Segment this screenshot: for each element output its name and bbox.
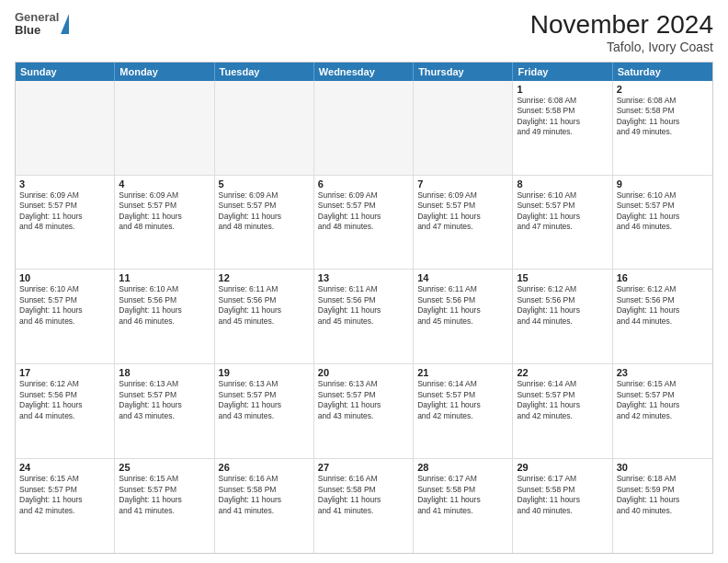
day-info: Sunrise: 6:15 AM Sunset: 5:57 PM Dayligh… <box>119 474 210 516</box>
calendar-row: 17Sunrise: 6:12 AM Sunset: 5:56 PM Dayli… <box>16 363 712 458</box>
day-number: 15 <box>517 272 608 283</box>
day-info: Sunrise: 6:18 AM Sunset: 5:59 PM Dayligh… <box>617 474 709 516</box>
calendar-row: 10Sunrise: 6:10 AM Sunset: 5:57 PM Dayli… <box>16 269 712 363</box>
header: General Blue November 2024 Tafolo, Ivory… <box>15 11 713 54</box>
calendar-cell: 8Sunrise: 6:10 AM Sunset: 5:57 PM Daylig… <box>513 176 612 270</box>
day-info: Sunrise: 6:16 AM Sunset: 5:58 PM Dayligh… <box>219 474 310 516</box>
day-info: Sunrise: 6:10 AM Sunset: 5:57 PM Dayligh… <box>517 190 608 233</box>
day-info: Sunrise: 6:10 AM Sunset: 5:57 PM Dayligh… <box>617 190 709 233</box>
calendar-header-cell: Tuesday <box>215 63 314 81</box>
day-info: Sunrise: 6:12 AM Sunset: 5:56 PM Dayligh… <box>19 379 110 421</box>
calendar-cell: 24Sunrise: 6:15 AM Sunset: 5:57 PM Dayli… <box>16 459 115 553</box>
day-number: 19 <box>219 367 310 378</box>
logo-text: General Blue <box>15 11 59 38</box>
calendar-header-cell: Thursday <box>414 63 513 81</box>
day-info: Sunrise: 6:09 AM Sunset: 5:57 PM Dayligh… <box>119 190 210 233</box>
day-number: 25 <box>119 462 210 473</box>
day-info: Sunrise: 6:13 AM Sunset: 5:57 PM Dayligh… <box>119 379 210 421</box>
day-number: 22 <box>517 367 608 378</box>
calendar-cell: 5Sunrise: 6:09 AM Sunset: 5:57 PM Daylig… <box>215 176 314 270</box>
calendar-cell: 1Sunrise: 6:08 AM Sunset: 5:58 PM Daylig… <box>513 81 612 175</box>
day-number: 1 <box>517 84 608 95</box>
calendar-header-cell: Sunday <box>16 63 115 81</box>
day-info: Sunrise: 6:12 AM Sunset: 5:56 PM Dayligh… <box>517 284 608 327</box>
day-info: Sunrise: 6:10 AM Sunset: 5:56 PM Dayligh… <box>119 284 210 327</box>
calendar-cell: 3Sunrise: 6:09 AM Sunset: 5:57 PM Daylig… <box>16 176 115 270</box>
calendar-cell: 27Sunrise: 6:16 AM Sunset: 5:58 PM Dayli… <box>314 459 414 553</box>
day-number: 8 <box>517 178 608 190</box>
day-number: 20 <box>318 367 409 378</box>
page-subtitle: Tafolo, Ivory Coast <box>530 40 713 54</box>
day-number: 6 <box>318 178 409 190</box>
page: General Blue November 2024 Tafolo, Ivory… <box>0 0 728 563</box>
day-number: 7 <box>417 178 508 190</box>
day-info: Sunrise: 6:09 AM Sunset: 5:57 PM Dayligh… <box>219 190 310 233</box>
day-info: Sunrise: 6:15 AM Sunset: 5:57 PM Dayligh… <box>19 474 110 516</box>
day-number: 14 <box>417 272 508 283</box>
day-number: 30 <box>617 462 709 473</box>
calendar-cell: 6Sunrise: 6:09 AM Sunset: 5:57 PM Daylig… <box>314 176 414 270</box>
calendar-cell: 16Sunrise: 6:12 AM Sunset: 5:56 PM Dayli… <box>613 270 712 363</box>
calendar-header-cell: Monday <box>115 63 214 81</box>
calendar-cell: 20Sunrise: 6:13 AM Sunset: 5:57 PM Dayli… <box>314 364 414 458</box>
calendar-cell-empty <box>115 81 214 175</box>
calendar-row: 1Sunrise: 6:08 AM Sunset: 5:58 PM Daylig… <box>16 81 712 175</box>
day-info: Sunrise: 6:08 AM Sunset: 5:58 PM Dayligh… <box>617 96 709 138</box>
calendar-header-cell: Wednesday <box>314 63 414 81</box>
day-info: Sunrise: 6:08 AM Sunset: 5:58 PM Dayligh… <box>517 96 608 138</box>
day-info: Sunrise: 6:10 AM Sunset: 5:57 PM Dayligh… <box>19 284 110 327</box>
calendar-cell: 17Sunrise: 6:12 AM Sunset: 5:56 PM Dayli… <box>16 364 115 458</box>
calendar-cell: 22Sunrise: 6:14 AM Sunset: 5:57 PM Dayli… <box>513 364 612 458</box>
day-number: 10 <box>19 272 110 283</box>
title-block: November 2024 Tafolo, Ivory Coast <box>530 11 713 54</box>
day-info: Sunrise: 6:11 AM Sunset: 5:56 PM Dayligh… <box>219 284 310 327</box>
calendar-cell: 15Sunrise: 6:12 AM Sunset: 5:56 PM Dayli… <box>513 270 612 363</box>
day-info: Sunrise: 6:13 AM Sunset: 5:57 PM Dayligh… <box>219 379 310 421</box>
day-number: 3 <box>19 178 110 190</box>
day-info: Sunrise: 6:12 AM Sunset: 5:56 PM Dayligh… <box>617 284 709 327</box>
day-info: Sunrise: 6:09 AM Sunset: 5:57 PM Dayligh… <box>19 190 110 233</box>
day-number: 4 <box>119 178 210 190</box>
day-number: 16 <box>617 272 709 283</box>
calendar-cell: 18Sunrise: 6:13 AM Sunset: 5:57 PM Dayli… <box>115 364 214 458</box>
calendar-cell-empty <box>16 81 115 175</box>
calendar-cell: 12Sunrise: 6:11 AM Sunset: 5:56 PM Dayli… <box>215 270 314 363</box>
calendar-cell: 7Sunrise: 6:09 AM Sunset: 5:57 PM Daylig… <box>414 176 513 270</box>
logo-triangle-icon <box>61 14 69 34</box>
day-info: Sunrise: 6:14 AM Sunset: 5:57 PM Dayligh… <box>517 379 608 421</box>
day-info: Sunrise: 6:11 AM Sunset: 5:56 PM Dayligh… <box>318 284 409 327</box>
day-number: 28 <box>417 462 508 473</box>
logo-line2: Blue <box>15 24 59 37</box>
day-info: Sunrise: 6:17 AM Sunset: 5:58 PM Dayligh… <box>517 474 608 516</box>
day-number: 17 <box>19 367 110 378</box>
day-number: 29 <box>517 462 608 473</box>
logo-line1: General <box>15 11 59 24</box>
day-info: Sunrise: 6:13 AM Sunset: 5:57 PM Dayligh… <box>318 379 409 421</box>
page-title: November 2024 <box>530 11 713 40</box>
calendar-cell-empty <box>215 81 314 175</box>
calendar-cell: 29Sunrise: 6:17 AM Sunset: 5:58 PM Dayli… <box>513 459 612 553</box>
calendar-cell: 26Sunrise: 6:16 AM Sunset: 5:58 PM Dayli… <box>215 459 314 553</box>
calendar-cell: 9Sunrise: 6:10 AM Sunset: 5:57 PM Daylig… <box>613 176 712 270</box>
day-number: 13 <box>318 272 409 283</box>
calendar-cell: 2Sunrise: 6:08 AM Sunset: 5:58 PM Daylig… <box>613 81 712 175</box>
day-info: Sunrise: 6:09 AM Sunset: 5:57 PM Dayligh… <box>318 190 409 233</box>
day-number: 24 <box>19 462 110 473</box>
calendar-cell: 10Sunrise: 6:10 AM Sunset: 5:57 PM Dayli… <box>16 270 115 363</box>
calendar-cell: 4Sunrise: 6:09 AM Sunset: 5:57 PM Daylig… <box>115 176 214 270</box>
day-number: 11 <box>119 272 210 283</box>
day-number: 2 <box>617 84 709 95</box>
day-info: Sunrise: 6:15 AM Sunset: 5:57 PM Dayligh… <box>617 379 709 421</box>
calendar-header-cell: Saturday <box>613 63 712 81</box>
day-number: 23 <box>617 367 709 378</box>
calendar-cell: 19Sunrise: 6:13 AM Sunset: 5:57 PM Dayli… <box>215 364 314 458</box>
calendar-body: 1Sunrise: 6:08 AM Sunset: 5:58 PM Daylig… <box>16 81 712 553</box>
calendar-cell-empty <box>314 81 414 175</box>
day-info: Sunrise: 6:11 AM Sunset: 5:56 PM Dayligh… <box>417 284 508 327</box>
calendar-cell-empty <box>414 81 513 175</box>
day-number: 5 <box>219 178 310 190</box>
calendar-cell: 25Sunrise: 6:15 AM Sunset: 5:57 PM Dayli… <box>115 459 214 553</box>
day-number: 18 <box>119 367 210 378</box>
calendar-cell: 13Sunrise: 6:11 AM Sunset: 5:56 PM Dayli… <box>314 270 414 363</box>
calendar-header-cell: Friday <box>513 63 612 81</box>
